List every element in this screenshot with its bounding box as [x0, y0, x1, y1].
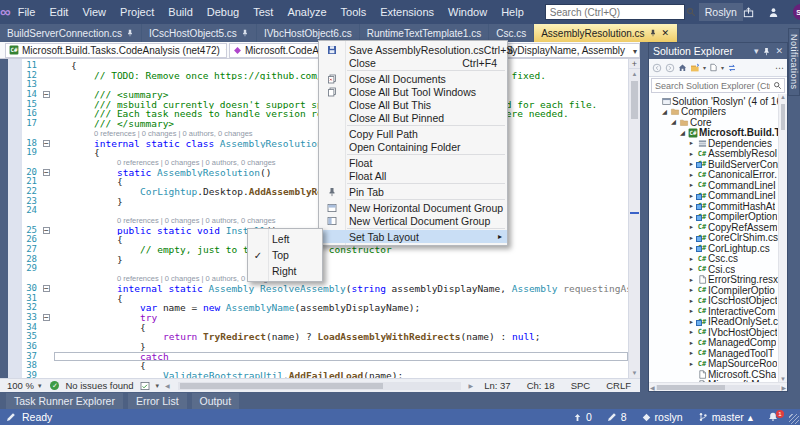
code-line-28[interactable]: 28} — [22, 255, 628, 265]
menu-help[interactable]: Help — [494, 0, 531, 24]
tree-item-microsoft-csha[interactable]: Microsoft.CSha — [649, 369, 787, 380]
menu-file[interactable]: File — [11, 0, 43, 24]
menu-item-pin-tab[interactable]: Pin Tab — [319, 185, 507, 198]
scrollbar-thumb[interactable] — [631, 81, 638, 119]
code-line-33[interactable]: 33−try — [22, 313, 628, 323]
code-line-39[interactable]: 39ValidateBootstrapUtil.AddFailedLoad(na… — [22, 371, 628, 378]
tree-item-icompileroptio[interactable]: ▸C#ICompilerOptio — [649, 285, 787, 296]
codelens-row[interactable]: 0 references | 0 changes | 0 authors, 0 … — [22, 274, 628, 284]
menu-item-set-tab-layout[interactable]: Set Tab Layout▸ — [319, 230, 507, 243]
expander-closed-icon[interactable]: ▸ — [687, 223, 696, 231]
tree-item-managedcomp[interactable]: ▸C#ManagedComp — [649, 338, 787, 349]
menu-test[interactable]: Test — [246, 0, 280, 24]
tree-item-mapsourceroo[interactable]: ▸C#MapSourceRoo — [649, 359, 787, 370]
project-dropdown[interactable]: C# Microsoft.Build.Tasks.CodeAnalysis (n… — [5, 43, 227, 58]
document-tab-assemblyresolution-cs[interactable]: AssemblyResolution.cs✕ — [534, 24, 678, 42]
tree-item-assemblyresol[interactable]: ▸C#AssemblyResol — [649, 149, 787, 160]
menu-item-new-horizontal-document-group[interactable]: New Horizontal Document Group — [319, 201, 507, 214]
tree-item-csi-cs[interactable]: ▸C#Csi.cs — [649, 264, 787, 275]
menu-tools[interactable]: Tools — [334, 0, 374, 24]
sync-with-active-document-icon[interactable] — [727, 63, 737, 73]
tree-item-errorstring-resx[interactable]: ▸ErrorString.resx — [649, 275, 787, 286]
panel-tab-error-list[interactable]: Error List — [128, 393, 187, 409]
menu-extensions[interactable]: Extensions — [373, 0, 441, 24]
tree-item-solution-roslyn-4-of-168-pro[interactable]: Solution 'Roslyn' (4 of 168 pro — [649, 96, 787, 107]
outlining-margin[interactable]: − — [40, 168, 54, 178]
notifications-bell[interactable]: 1 — [768, 412, 778, 422]
window-position-icon[interactable]: ▾ — [754, 46, 759, 56]
menu-item-close[interactable]: CloseCtrl+F4 — [319, 56, 507, 69]
menu-item-float-all[interactable]: Float All — [319, 169, 507, 182]
document-tab-icschostobject5-cs[interactable]: ICscHostObject5.cs — [142, 24, 257, 42]
tree-item-compilers[interactable]: ◢Compilers — [649, 107, 787, 118]
submenu-item-right[interactable]: Right — [248, 263, 322, 279]
code-line-38[interactable]: 38{ — [22, 361, 628, 371]
collapse-region-icon[interactable]: − — [43, 314, 50, 321]
expander-open-icon[interactable]: ◢ — [678, 129, 687, 137]
code-line-30[interactable]: 30−internal static Assembly ResolveAssem… — [22, 284, 628, 294]
toolbar-overflow-icon[interactable]: ⋯ — [775, 63, 784, 73]
tree-item-commandlinei[interactable]: ▸C#CommandLineI — [649, 191, 787, 202]
expander-closed-icon[interactable]: ▸ — [687, 265, 696, 273]
menu-item-save-assemblyresolution-cs[interactable]: Save AssemblyResolution.csCtrl+S — [319, 43, 507, 56]
back-icon[interactable] — [652, 63, 662, 73]
tree-item-corlightup-cs[interactable]: ▸C#CorLightup.cs — [649, 243, 787, 254]
expander-closed-icon[interactable]: ▸ — [687, 349, 696, 357]
expander-closed-icon[interactable]: ▸ — [687, 213, 696, 221]
expander-closed-icon[interactable]: ▸ — [687, 202, 696, 210]
expander-closed-icon[interactable]: ▸ — [687, 171, 696, 179]
share-icon[interactable] — [743, 7, 754, 18]
menu-debug[interactable]: Debug — [200, 0, 246, 24]
expander-closed-icon[interactable]: ▸ — [687, 160, 696, 168]
outlining-margin[interactable]: − — [40, 226, 54, 236]
code-line-36[interactable]: 36} — [22, 342, 628, 352]
menu-project[interactable]: Project — [113, 0, 161, 24]
collapse-region-icon[interactable]: − — [43, 169, 50, 176]
panel-tab-task-runner-explorer[interactable]: Task Runner Explorer — [6, 393, 123, 409]
expander-closed-icon[interactable]: ▸ — [687, 244, 696, 252]
line-indicator[interactable]: Ln: 37 — [479, 380, 515, 391]
search-input[interactable] — [546, 7, 686, 18]
menu-build[interactable]: Build — [161, 0, 199, 24]
solution-search-input[interactable] — [652, 81, 773, 91]
menu-item-new-vertical-document-group[interactable]: New Vertical Document Group — [319, 214, 507, 227]
expander-closed-icon[interactable]: ▸ — [687, 234, 696, 242]
expander-closed-icon[interactable]: ▸ — [687, 297, 696, 305]
expander-closed-icon[interactable]: ▸ — [687, 307, 696, 315]
notifications-edge-tab[interactable]: Notifications — [788, 28, 800, 96]
tree-item-commithashat[interactable]: ▸C#CommitHashAt — [649, 201, 787, 212]
outlining-margin[interactable]: − — [40, 139, 54, 149]
close-panel-icon[interactable]: ✕ — [775, 46, 783, 56]
expander-closed-icon[interactable]: ▸ — [687, 276, 696, 284]
pending-changes-indicator[interactable]: 8 — [607, 411, 627, 423]
home-icon[interactable] — [678, 63, 687, 72]
solution-explorer-titlebar[interactable]: Solution Explorer ▾ ✕ — [649, 43, 787, 59]
code-line-27[interactable]: 27// empty, just to trigger static const… — [22, 245, 628, 255]
tree-item-dependencies[interactable]: ▸Dependencies — [649, 138, 787, 149]
pin-icon[interactable] — [762, 47, 771, 56]
tree-item-commandlinei[interactable]: ▸C#CommandLineI — [649, 180, 787, 191]
menu-edit[interactable]: Edit — [42, 0, 75, 24]
issues-label[interactable]: No issues found — [65, 380, 133, 391]
menu-item-close-all-but-pinned[interactable]: Close All But Pinned — [319, 111, 507, 124]
panel-tab-output[interactable]: Output — [192, 393, 240, 409]
indicator-margin[interactable] — [8, 59, 22, 378]
expander-open-icon[interactable]: ◢ — [660, 108, 669, 116]
quick-search-box[interactable] — [545, 4, 685, 20]
code-line-31[interactable]: 31{ — [22, 294, 628, 304]
menu-analyze[interactable]: Analyze — [280, 0, 333, 24]
repository-indicator[interactable]: roslyn — [642, 411, 683, 423]
tree-item-core[interactable]: ◢Core — [649, 117, 787, 128]
code-line-29[interactable]: 29 — [22, 264, 628, 274]
expander-closed-icon[interactable]: ▸ — [687, 360, 696, 368]
tree-item-ivbchostobject[interactable]: ▸C#IVbcHostObject — [649, 327, 787, 338]
tree-vertical-scrollbar[interactable]: ▲▼ — [778, 94, 787, 382]
menu-item-copy-full-path[interactable]: Copy Full Path — [319, 127, 507, 140]
scope-icon[interactable] — [709, 63, 718, 72]
tree-item-managedtoolt[interactable]: ▸C#ManagedToolT — [649, 348, 787, 359]
close-tab-icon[interactable]: ✕ — [661, 28, 671, 38]
expander-closed-icon[interactable]: ▸ — [687, 192, 696, 200]
feedback-icon[interactable] — [768, 7, 779, 18]
tree-item-microsoft-man[interactable]: Microsoft.Man — [649, 380, 787, 383]
expander-closed-icon[interactable]: ▸ — [687, 286, 696, 294]
